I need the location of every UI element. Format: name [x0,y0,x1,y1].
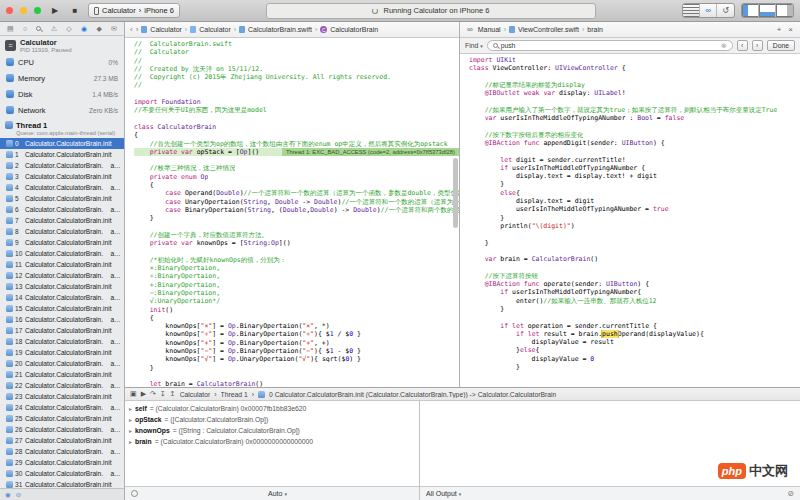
stack-frame-row[interactable]: 0Calculator.CalculatorBrain.init [0,138,124,149]
code-line[interactable]: } [134,214,459,222]
code-line[interactable]: displayValue = result [469,338,800,346]
debug-navigator-icon[interactable]: ◉ [81,25,87,33]
stack-frame-row[interactable]: 14Calculator.CalculatorBrain.__allocatin… [0,292,124,303]
stop-button[interactable]: ■ [68,6,82,15]
disclosure-triangle-icon[interactable]: ▸ [129,427,132,434]
breadcrumb-item[interactable]: CalculatorBrain.swift [248,26,312,33]
code-line[interactable]: enter()//如果输入一连串数、那就存入栈位12 [469,297,800,305]
zoom-window-button[interactable] [34,7,41,14]
code-line[interactable]: { [134,314,459,322]
variables-scope-popup[interactable]: Auto ▾ [268,490,287,497]
code-line[interactable]: { [134,131,459,139]
code-line[interactable]: case BinaryOpertaion(String, (Double,Dou… [134,206,459,214]
forward-button[interactable]: › [136,25,139,34]
code-line[interactable]: knownOps["+"] = Op.BinaryOpertaion("+", … [134,339,459,347]
variable-row[interactable]: ▸opStack= ([Calculator.CalculatorBrain.O… [125,414,419,425]
code-line[interactable]: display.text = display.text! + digit [469,172,800,180]
code-line[interactable]: √:UnaryOpertaion*/ [134,297,459,305]
toggle-debug-area-button[interactable] [759,4,776,17]
code-line[interactable] [134,223,459,231]
code-line[interactable]: class ViewController: UIViewController { [469,64,800,72]
test-navigator-icon[interactable]: ◇ [66,25,71,33]
code-line[interactable]: let brain = CalculatorBrain() [134,380,459,387]
code-line[interactable]: let digit = sender.currentTitle! [469,156,800,164]
code-line[interactable]: } [469,214,800,222]
breadcrumb-item[interactable]: ViewController.swift [518,26,579,33]
stack-frame-row[interactable]: 22Calculator.CalculatorBrain.__allocatin… [0,380,124,391]
code-line[interactable]: @IBAction func operate(sender: UIButton)… [469,280,800,288]
stack-frame-row[interactable]: 24Calculator.CalculatorBrain.__allocatin… [0,402,124,413]
stack-frame-row[interactable]: 18Calculator.CalculatorBrain.__allocatin… [0,336,124,347]
code-line[interactable]: //如果用户输入了第一个数字，就设定其为true；如果按了运算符，则默认相当于布… [469,106,800,114]
gauge-memory[interactable]: Memory27.3 MB [0,70,124,86]
code-line[interactable]: //枚举三种情况，这三种情况 [134,164,459,172]
clear-search-icon[interactable]: ⊗ [721,42,727,50]
debug-breadcrumb-item[interactable]: 0 Calculator.CalculatorBrain.init (Calcu… [269,391,556,398]
filter-crashed-icon[interactable]: ⊘ [16,491,21,499]
debug-breadcrumb-item[interactable]: Calculator [180,391,211,398]
code-line[interactable]: knownOps["÷"] = Op.BinaryOpertaion("÷"){… [134,330,459,338]
breadcrumb-item[interactable]: Calculator [150,26,182,33]
scheme-selector[interactable]: Calculator › iPhone 6 [88,3,180,18]
breadcrumb-item[interactable]: CalculatorBrain [330,26,378,33]
code-line[interactable]: import UIKit [469,56,800,64]
version-editor-button[interactable]: ↺ [717,4,734,17]
stack-frame-row[interactable]: 9Calculator.CalculatorBrain.init [0,237,124,248]
process-row[interactable]: = Calculator PID 11919, Paused [0,36,124,54]
source-editor[interactable]: // CalculatorBrain.swift// Calculator///… [125,38,459,387]
code-line[interactable]: { [134,181,459,189]
stack-frame-row[interactable]: 1Calculator.CalculatorBrain.init [0,149,124,160]
variable-row[interactable]: ▸knownOps= ([String : Calculator.Calcula… [125,425,419,436]
code-line[interactable] [469,247,800,255]
stack-frame-row[interactable]: 15Calculator.CalculatorBrain.init [0,303,124,314]
assistant-editor[interactable]: import UIKitclass ViewController: UIView… [460,54,800,387]
close-window-button[interactable] [6,7,13,14]
stack-frame-row[interactable]: 2Calculator.CalculatorBrain.__allocating… [0,160,124,171]
stack-frame-row[interactable]: 27Calculator.CalculatorBrain.init [0,435,124,446]
stack-frame-row[interactable]: 16Calculator.CalculatorBrain.__allocatin… [0,314,124,325]
breakpoint-navigator-icon[interactable]: ◆ [96,25,101,33]
exception-annotation[interactable]: Thread 1: EXC_BAD_ACCESS (code=2, addres… [282,148,459,156]
code-line[interactable]: // Copyright (c) 2015年 Zhejiang Universi… [134,73,459,81]
code-line[interactable]: }else{ [469,346,800,354]
code-line[interactable]: if let result = brain.pushOperand(displa… [469,330,800,338]
project-navigator-icon[interactable]: ▤ [7,25,14,33]
stack-frame-row[interactable]: 23Calculator.CalculatorBrain.init [0,391,124,402]
minimize-window-button[interactable] [20,7,27,14]
code-line[interactable] [469,147,800,155]
code-line[interactable]: } [469,180,800,188]
run-button[interactable]: ▶ [48,6,62,15]
hide-debug-area-icon[interactable]: ▣ [130,390,137,398]
stack-frame-row[interactable]: 19Calculator.CalculatorBrain.init [0,347,124,358]
code-line[interactable]: var brain = CalculatorBrain() [469,255,800,263]
clear-console-icon[interactable]: ⊘ [787,489,794,498]
stack-frame-row[interactable]: 5Calculator.CalculatorBrain.init [0,193,124,204]
code-line[interactable] [469,313,800,321]
code-line[interactable]: //创建一个字典，对应数值运算符方法。 [134,231,459,239]
report-navigator-icon[interactable]: ✉ [111,25,117,33]
code-line[interactable] [134,247,459,255]
find-mode-popup[interactable]: Find ▾ [465,42,483,49]
console-scope-popup[interactable]: All Output ▾ [426,490,461,497]
find-next-button[interactable]: › [752,40,763,51]
gauge-disk[interactable]: Disk1.4 MB/s [0,86,124,102]
code-line[interactable]: //标记显示结果的标签为display [469,81,800,89]
code-line[interactable]: if userIsInTheMiddleOfTypingANumber{ [469,288,800,296]
stack-frame-row[interactable]: 20Calculator.CalculatorBrain.__allocatin… [0,358,124,369]
code-line[interactable]: case UnaryOpertaion(String, Double -> Do… [134,198,459,206]
code-line[interactable]: knownOps["√"] = Op.UnaryOpertaion("√"){ … [134,355,459,363]
code-line[interactable]: println("\(digit)") [469,222,800,230]
code-line[interactable]: import Foundation [134,98,459,106]
stack-frame-row[interactable]: 4Calculator.CalculatorBrain.__allocating… [0,182,124,193]
code-line[interactable]: else{ [469,189,800,197]
add-assistant-editor-button[interactable]: + [775,25,784,34]
symbol-navigator-icon[interactable]: ○ [23,25,27,32]
code-line[interactable]: @IBAction func appendDigit(sender: UIBut… [469,139,800,147]
toggle-navigator-button[interactable] [742,4,759,17]
code-line[interactable]: if userIsInTheMiddleOfTypingANumber { [469,164,800,172]
code-line[interactable] [469,263,800,271]
search-navigator-icon[interactable] [36,25,41,32]
breadcrumb-item[interactable]: Calculator [199,26,231,33]
code-line[interactable]: display.text = digit [469,197,800,205]
gauge-cpu[interactable]: CPU0% [0,54,124,70]
